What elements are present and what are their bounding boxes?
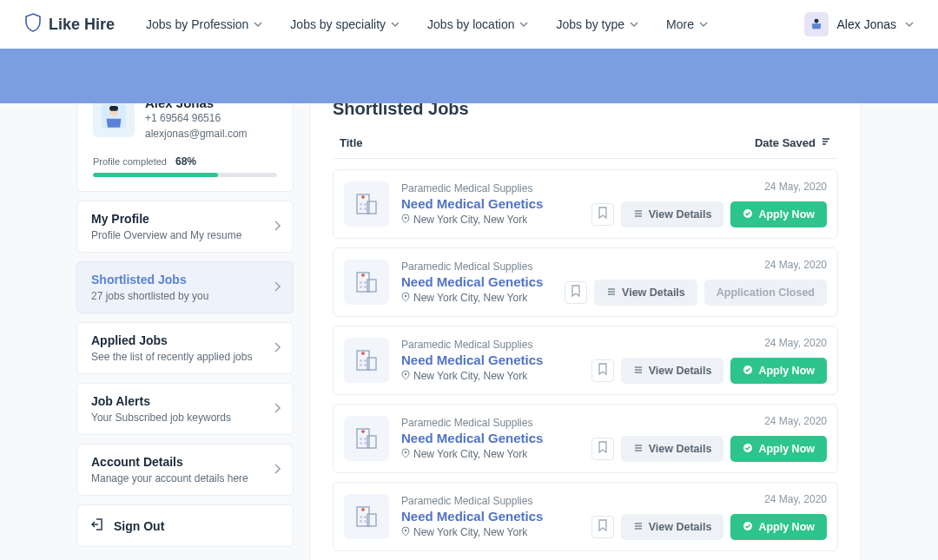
sidebar-item[interactable]: Job AlertsYour Subscribed job keywords	[76, 383, 294, 435]
job-location: New York City, New York	[401, 292, 552, 305]
nav-item[interactable]: Jobs by Profession	[146, 17, 262, 31]
job-title[interactable]: Need Medical Genetics	[401, 509, 579, 524]
svg-rect-40	[360, 520, 362, 523]
svg-rect-31	[364, 438, 367, 440]
sidebar-item[interactable]: My ProfileProfile Overview and My resume	[76, 201, 294, 253]
job-location: New York City, New York	[401, 370, 579, 383]
view-details-button[interactable]: View Details	[621, 514, 724, 540]
location-pin-icon	[401, 526, 410, 539]
job-date: 24 May, 2020	[764, 337, 827, 349]
brand-name: Like Hire	[49, 16, 115, 34]
sidebar: Alex Jonas +1 69564 96516 alexjonas@gmai…	[76, 82, 294, 547]
menu-title: My Profile	[91, 212, 279, 226]
svg-rect-7	[360, 203, 362, 206]
main-panel: Shortlisted Jobs Title Date Saved Parame…	[309, 82, 862, 560]
bookmark-button[interactable]	[591, 516, 614, 538]
svg-rect-9	[360, 208, 362, 210]
chevron-down-icon	[519, 17, 528, 31]
sidebar-item[interactable]: Applied JobsSee the list of recently app…	[76, 322, 294, 374]
job-list: Paramedic Medical SuppliesNeed Medical G…	[333, 169, 838, 551]
user-menu[interactable]: Alex Jonas	[804, 12, 914, 36]
chevron-down-icon	[699, 17, 708, 31]
user-name: Alex Jonas	[837, 17, 896, 31]
progress-label: Profile completed	[93, 156, 167, 167]
job-title[interactable]: Need Medical Genetics	[401, 431, 579, 445]
view-details-button[interactable]: View Details	[594, 280, 697, 306]
svg-rect-22	[360, 359, 362, 362]
list-icon	[606, 287, 617, 300]
nav-item[interactable]: More	[666, 17, 708, 31]
bookmark-icon	[598, 519, 608, 535]
nav-item[interactable]: Jobs by location	[427, 17, 528, 31]
list-icon	[633, 521, 644, 534]
application-closed-button: Application Closed	[704, 280, 827, 306]
svg-rect-38	[360, 516, 362, 518]
brand[interactable]: Like Hire	[24, 13, 115, 36]
svg-rect-17	[360, 286, 362, 288]
location-pin-icon	[401, 214, 410, 227]
check-circle-icon	[743, 443, 753, 456]
job-location: New York City, New York	[401, 448, 579, 461]
bookmark-button[interactable]	[591, 359, 614, 382]
sidebar-item[interactable]: Account DetailsManage your account detai…	[76, 444, 294, 496]
hospital-icon	[344, 416, 389, 461]
job-company: Paramedic Medical Supplies	[401, 417, 579, 429]
chevron-right-icon	[274, 219, 281, 234]
progress-fill	[93, 173, 218, 177]
svg-rect-30	[360, 438, 362, 440]
bookmark-icon	[571, 285, 581, 300]
bookmark-button[interactable]	[591, 438, 614, 460]
view-details-button[interactable]: View Details	[621, 358, 724, 384]
list-icon	[633, 443, 644, 456]
job-company: Paramedic Medical Supplies	[401, 182, 579, 194]
job-title[interactable]: Need Medical Genetics	[401, 274, 552, 289]
sign-out-button[interactable]: Sign Out	[76, 504, 294, 547]
apply-now-button[interactable]: Apply Now	[730, 514, 827, 540]
view-details-button[interactable]: View Details	[621, 201, 724, 227]
list-header: Title Date Saved	[333, 131, 838, 159]
chevron-right-icon	[274, 280, 281, 295]
job-title[interactable]: Need Medical Genetics	[401, 352, 579, 367]
list-icon	[633, 365, 644, 378]
avatar	[804, 12, 829, 36]
chevron-down-icon	[254, 17, 262, 31]
apply-now-button[interactable]: Apply Now	[730, 436, 827, 462]
job-title[interactable]: Need Medical Genetics	[401, 196, 579, 211]
svg-rect-15	[360, 281, 362, 284]
bookmark-icon	[598, 441, 608, 457]
bookmark-button[interactable]	[565, 281, 587, 304]
svg-rect-39	[364, 516, 367, 518]
nav-item[interactable]: Jobs by type	[556, 17, 638, 31]
svg-point-34	[405, 451, 407, 453]
menu-title: Account Details	[91, 455, 279, 469]
hero-band	[0, 49, 938, 103]
chevron-down-icon	[630, 17, 638, 31]
hospital-icon	[344, 338, 389, 383]
nav-item[interactable]: Jobs by speciality	[290, 17, 400, 31]
job-date: 24 May, 2020	[764, 493, 827, 505]
menu-subtitle: Manage your account details here	[91, 472, 279, 484]
job-date: 24 May, 2020	[764, 259, 827, 271]
apply-now-button[interactable]: Apply Now	[730, 358, 827, 384]
nav-links: Jobs by ProfessionJobs by specialityJobs…	[146, 17, 708, 31]
col-title: Title	[340, 136, 363, 149]
bookmark-icon	[598, 207, 608, 222]
chevron-right-icon	[274, 462, 281, 478]
job-card: Paramedic Medical SuppliesNeed Medical G…	[333, 326, 838, 395]
bookmark-icon	[598, 363, 608, 379]
location-pin-icon	[401, 292, 410, 305]
shield-icon	[24, 13, 42, 36]
hospital-icon	[344, 181, 389, 227]
col-date-sort[interactable]: Date Saved	[755, 136, 831, 149]
sign-out-icon	[91, 517, 105, 534]
check-circle-icon	[743, 208, 753, 221]
svg-rect-10	[364, 208, 367, 210]
apply-now-button[interactable]: Apply Now	[730, 201, 827, 227]
sidebar-item[interactable]: Shortlisted Jobs27 jobs shortlisted by y…	[76, 261, 294, 313]
svg-rect-33	[364, 442, 367, 445]
view-details-button[interactable]: View Details	[621, 436, 724, 462]
top-nav: Like Hire Jobs by ProfessionJobs by spec…	[0, 0, 938, 49]
bookmark-button[interactable]	[591, 203, 614, 226]
job-card: Paramedic Medical SuppliesNeed Medical G…	[333, 247, 838, 317]
svg-rect-1	[814, 19, 817, 21]
